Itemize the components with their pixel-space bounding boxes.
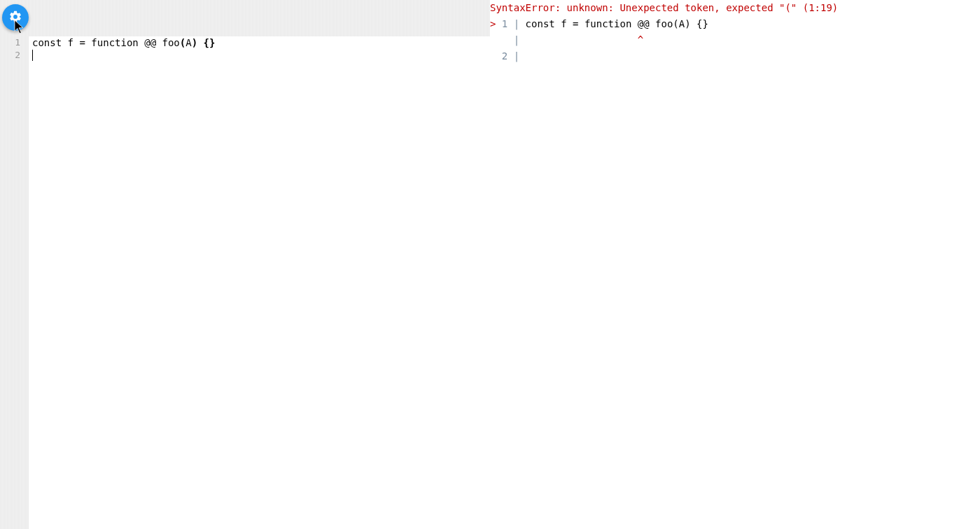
token-keyword: function bbox=[91, 37, 138, 48]
token-punct: ( bbox=[180, 37, 186, 48]
token-operator: @@ bbox=[144, 37, 156, 48]
code-line[interactable]: const f = function @@ foo(A) {} bbox=[32, 36, 490, 49]
token-identifier: foo bbox=[162, 37, 180, 48]
settings-button[interactable] bbox=[2, 4, 29, 31]
error-message: SyntaxError: unknown: Unexpected token, … bbox=[490, 0, 980, 16]
code-editor[interactable]: 1 2 const f = function @@ foo(A) {} bbox=[0, 36, 490, 529]
token-operator: = bbox=[79, 37, 85, 48]
error-line-number: 2 bbox=[490, 50, 514, 62]
error-line-number: 1 bbox=[496, 18, 513, 29]
gear-icon bbox=[8, 10, 22, 26]
token-punct: } bbox=[209, 37, 215, 48]
editor-panel: 1 2 const f = function @@ foo(A) {} bbox=[0, 0, 490, 529]
pipe-separator: | bbox=[514, 18, 519, 29]
error-context-line: 2 | bbox=[490, 48, 980, 64]
error-caret-icon: ^ bbox=[638, 34, 643, 45]
token-identifier: A bbox=[186, 37, 191, 48]
toolbar bbox=[0, 0, 490, 36]
code-content[interactable]: const f = function @@ foo(A) {} bbox=[29, 36, 490, 529]
line-number: 1 bbox=[0, 36, 20, 49]
line-number: 2 bbox=[0, 49, 20, 62]
error-caret-line: | ^ bbox=[490, 32, 980, 48]
pipe-separator: | bbox=[514, 50, 519, 62]
error-context-line: > 1 | const f = function @@ foo(A) {} bbox=[490, 16, 980, 32]
text-cursor bbox=[32, 50, 33, 61]
token-punct: ) bbox=[192, 37, 197, 48]
error-code-snippet: const f = function @@ foo(A) {} bbox=[526, 18, 708, 29]
code-line[interactable] bbox=[32, 49, 490, 62]
output-panel: SyntaxError: unknown: Unexpected token, … bbox=[490, 0, 980, 529]
token-identifier: f bbox=[68, 37, 74, 48]
line-number-gutter: 1 2 bbox=[0, 36, 29, 529]
token-keyword: const bbox=[32, 37, 62, 48]
token-punct: { bbox=[204, 37, 209, 48]
app-root: 1 2 const f = function @@ foo(A) {} Synt… bbox=[0, 0, 980, 529]
